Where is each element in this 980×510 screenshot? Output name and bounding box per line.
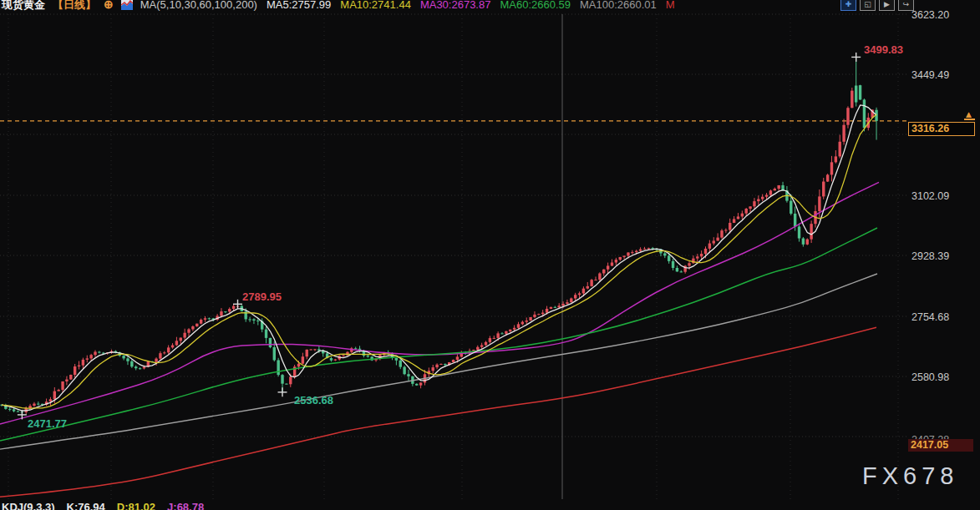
crosshair-tool-icon[interactable]: ✚ xyxy=(840,0,856,11)
kdj-k-value: K:76.94 xyxy=(67,501,105,510)
ma30-line xyxy=(0,182,879,424)
jump-to-latest-icon[interactable]: ▲ xyxy=(964,110,975,120)
axis-label: 3102.09 xyxy=(911,190,949,202)
price-axis[interactable]: 3623.203449.493102.092928.392754.682580.… xyxy=(911,9,949,447)
chart-style-icon[interactable] xyxy=(121,0,133,10)
ma-readout: M xyxy=(666,0,675,12)
range-low-tag: 2417.05 xyxy=(908,439,973,452)
candles xyxy=(0,57,877,414)
grid xyxy=(0,14,906,499)
ma-lines xyxy=(0,105,879,497)
kdj-d-value: D:81.02 xyxy=(117,501,155,510)
period-selector[interactable]: 【日线】 xyxy=(53,0,96,12)
ma-readout: MA30:2673.87 xyxy=(420,0,491,12)
instrument-title: 现货黄金 xyxy=(2,0,45,12)
pane-layout-icon[interactable]: ◱ xyxy=(860,0,876,11)
extreme-price-label: 2789.95 xyxy=(242,290,282,303)
ma-readout-row: MA(5,10,30,60,100,200)MA5:2757.99MA10:27… xyxy=(140,0,675,12)
ma-readout: MA(5,10,30,60,100,200) xyxy=(140,0,257,12)
range-low-value: 2417.05 xyxy=(911,439,948,451)
chart-header: 现货黄金 【日线】 ⊕ MA(5,10,30,60,100,200)MA5:27… xyxy=(2,0,675,12)
kdj-readout-row: KDJ(9,3,3) K:76.94 D:81.02 J:68.78 xyxy=(2,501,204,510)
axis-label: 3623.20 xyxy=(911,9,949,21)
add-indicator-icon[interactable]: ⊕ xyxy=(104,0,114,12)
ma60-line xyxy=(0,228,877,441)
current-price-tag: 3316.26 xyxy=(908,122,975,136)
ma-readout: MA100:2660.01 xyxy=(580,0,657,12)
ma-readout: MA5:2757.99 xyxy=(267,0,331,12)
extreme-price-label: 3499.83 xyxy=(864,43,903,56)
chart-window: 3499.832789.952536.682471.773623.203449.… xyxy=(0,0,980,510)
fx678-watermark: FX678 xyxy=(862,462,958,490)
extreme-price-label: 2471.77 xyxy=(28,417,67,430)
axis-label: 2754.68 xyxy=(911,311,949,323)
play-pane-icon[interactable]: ▶ xyxy=(879,0,895,11)
ma200-line xyxy=(0,327,876,497)
extreme-price-label: 2536.68 xyxy=(294,394,333,406)
axis-label: 2580.98 xyxy=(911,371,949,383)
ma-readout: MA60:2660.59 xyxy=(500,0,571,12)
price-chart-canvas[interactable]: 3499.832789.952536.682471.773623.203449.… xyxy=(0,0,980,510)
ma-readout: MA10:2741.44 xyxy=(340,0,411,12)
current-price-value: 3316.26 xyxy=(911,123,949,134)
kdj-j-value: J:68.78 xyxy=(167,501,204,510)
axis-label: 3449.49 xyxy=(911,69,949,81)
pop-out-icon[interactable]: ↪ xyxy=(898,0,914,11)
chart-toolbar: ✚◱▶↪ xyxy=(840,0,914,11)
axis-label: 2928.39 xyxy=(911,250,949,262)
kdj-label: KDJ(9,3,3) xyxy=(2,501,55,510)
